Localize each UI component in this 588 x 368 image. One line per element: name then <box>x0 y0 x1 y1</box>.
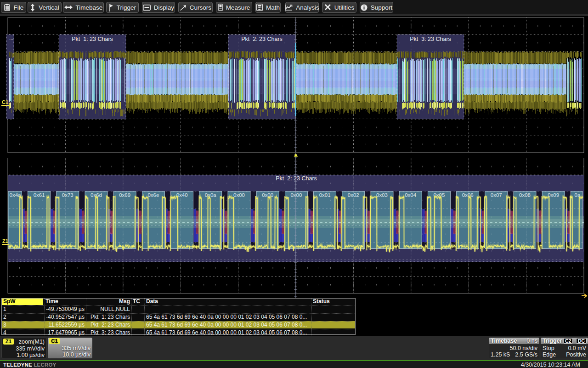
svg-text:0x03: 0x03 <box>376 192 388 198</box>
svg-text:Pkt 1: 23 Chars: Pkt 1: 23 Chars <box>72 36 113 42</box>
svg-text:Pkt 3: 23 Chars: Pkt 3: 23 Chars <box>410 36 451 42</box>
svg-text:0x0a: 0x0a <box>205 192 217 198</box>
svg-text:...: ... <box>9 35 13 41</box>
svg-text:0x01: 0x01 <box>319 192 331 198</box>
svg-text:0x6e: 0x6e <box>147 192 159 198</box>
svg-text:0x08: 0x08 <box>519 192 531 198</box>
svg-text:0x61: 0x61 <box>34 192 45 198</box>
svg-text:0x73: 0x73 <box>62 192 74 198</box>
svg-text:0x06: 0x06 <box>462 192 474 198</box>
svg-text:0x04: 0x04 <box>405 192 417 198</box>
svg-text:0x07: 0x07 <box>491 192 502 198</box>
svg-text:Pkt 2: 23 Chars: Pkt 2: 23 Chars <box>276 175 317 182</box>
svg-text:0x00: 0x00 <box>233 192 245 198</box>
svg-text:Pkt 2: 23 Chars: Pkt 2: 23 Chars <box>241 36 283 42</box>
svg-text:0x69: 0x69 <box>119 192 130 198</box>
